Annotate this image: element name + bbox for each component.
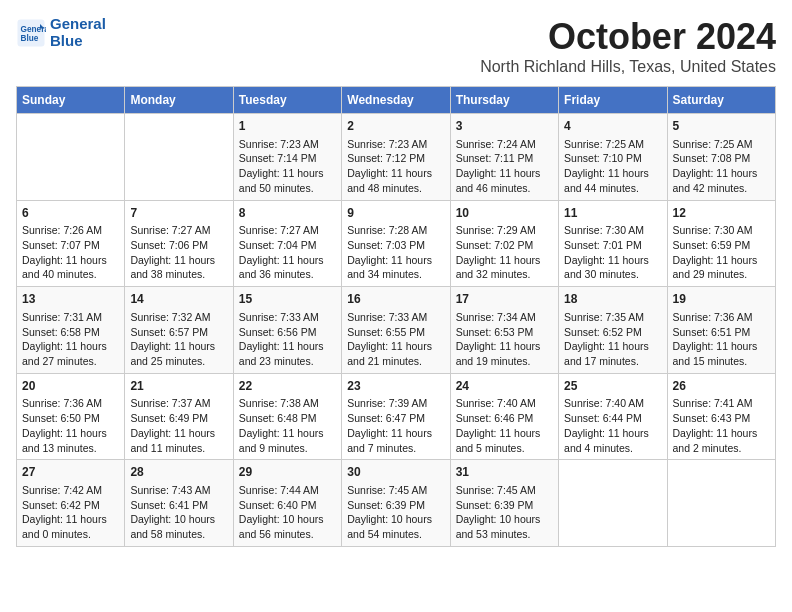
sunrise-text: Sunrise: 7:33 AM <box>347 310 444 325</box>
sunset-text: Sunset: 6:51 PM <box>673 325 770 340</box>
day-number: 1 <box>239 118 336 135</box>
sunrise-text: Sunrise: 7:45 AM <box>347 483 444 498</box>
calendar-cell: 15Sunrise: 7:33 AMSunset: 6:56 PMDayligh… <box>233 287 341 374</box>
sunrise-text: Sunrise: 7:27 AM <box>239 223 336 238</box>
sunrise-text: Sunrise: 7:44 AM <box>239 483 336 498</box>
calendar-cell: 16Sunrise: 7:33 AMSunset: 6:55 PMDayligh… <box>342 287 450 374</box>
calendar-cell: 5Sunrise: 7:25 AMSunset: 7:08 PMDaylight… <box>667 114 775 201</box>
sunset-text: Sunset: 7:14 PM <box>239 151 336 166</box>
day-number: 28 <box>130 464 227 481</box>
calendar-cell: 31Sunrise: 7:45 AMSunset: 6:39 PMDayligh… <box>450 460 558 547</box>
daylight-text: Daylight: 11 hours and 40 minutes. <box>22 253 119 282</box>
calendar-cell: 3Sunrise: 7:24 AMSunset: 7:11 PMDaylight… <box>450 114 558 201</box>
sunrise-text: Sunrise: 7:23 AM <box>347 137 444 152</box>
day-number: 18 <box>564 291 661 308</box>
sunset-text: Sunset: 6:39 PM <box>456 498 553 513</box>
sunset-text: Sunset: 6:46 PM <box>456 411 553 426</box>
day-number: 5 <box>673 118 770 135</box>
sunrise-text: Sunrise: 7:24 AM <box>456 137 553 152</box>
day-number: 8 <box>239 205 336 222</box>
calendar-table: SundayMondayTuesdayWednesdayThursdayFrid… <box>16 86 776 547</box>
daylight-text: Daylight: 11 hours and 44 minutes. <box>564 166 661 195</box>
sunset-text: Sunset: 6:55 PM <box>347 325 444 340</box>
calendar-week-row: 20Sunrise: 7:36 AMSunset: 6:50 PMDayligh… <box>17 373 776 460</box>
logo: General Blue General Blue <box>16 16 106 49</box>
sunset-text: Sunset: 6:49 PM <box>130 411 227 426</box>
day-number: 6 <box>22 205 119 222</box>
svg-text:Blue: Blue <box>21 33 39 42</box>
column-header-thursday: Thursday <box>450 87 558 114</box>
sunrise-text: Sunrise: 7:43 AM <box>130 483 227 498</box>
daylight-text: Daylight: 11 hours and 0 minutes. <box>22 512 119 541</box>
sunset-text: Sunset: 7:03 PM <box>347 238 444 253</box>
column-header-wednesday: Wednesday <box>342 87 450 114</box>
day-number: 26 <box>673 378 770 395</box>
calendar-week-row: 27Sunrise: 7:42 AMSunset: 6:42 PMDayligh… <box>17 460 776 547</box>
day-number: 19 <box>673 291 770 308</box>
sunrise-text: Sunrise: 7:34 AM <box>456 310 553 325</box>
sunset-text: Sunset: 6:39 PM <box>347 498 444 513</box>
calendar-week-row: 6Sunrise: 7:26 AMSunset: 7:07 PMDaylight… <box>17 200 776 287</box>
calendar-cell: 22Sunrise: 7:38 AMSunset: 6:48 PMDayligh… <box>233 373 341 460</box>
daylight-text: Daylight: 11 hours and 23 minutes. <box>239 339 336 368</box>
column-header-friday: Friday <box>559 87 667 114</box>
sunset-text: Sunset: 6:43 PM <box>673 411 770 426</box>
sunrise-text: Sunrise: 7:26 AM <box>22 223 119 238</box>
sunset-text: Sunset: 6:50 PM <box>22 411 119 426</box>
calendar-cell: 26Sunrise: 7:41 AMSunset: 6:43 PMDayligh… <box>667 373 775 460</box>
column-header-tuesday: Tuesday <box>233 87 341 114</box>
sunrise-text: Sunrise: 7:30 AM <box>564 223 661 238</box>
daylight-text: Daylight: 11 hours and 13 minutes. <box>22 426 119 455</box>
daylight-text: Daylight: 11 hours and 36 minutes. <box>239 253 336 282</box>
sunrise-text: Sunrise: 7:40 AM <box>456 396 553 411</box>
sunset-text: Sunset: 7:10 PM <box>564 151 661 166</box>
sunrise-text: Sunrise: 7:31 AM <box>22 310 119 325</box>
calendar-cell: 8Sunrise: 7:27 AMSunset: 7:04 PMDaylight… <box>233 200 341 287</box>
sunset-text: Sunset: 6:56 PM <box>239 325 336 340</box>
daylight-text: Daylight: 11 hours and 27 minutes. <box>22 339 119 368</box>
daylight-text: Daylight: 11 hours and 48 minutes. <box>347 166 444 195</box>
sunrise-text: Sunrise: 7:37 AM <box>130 396 227 411</box>
calendar-cell: 20Sunrise: 7:36 AMSunset: 6:50 PMDayligh… <box>17 373 125 460</box>
sunset-text: Sunset: 7:02 PM <box>456 238 553 253</box>
calendar-cell: 1Sunrise: 7:23 AMSunset: 7:14 PMDaylight… <box>233 114 341 201</box>
sunset-text: Sunset: 6:58 PM <box>22 325 119 340</box>
daylight-text: Daylight: 11 hours and 50 minutes. <box>239 166 336 195</box>
day-number: 3 <box>456 118 553 135</box>
column-header-saturday: Saturday <box>667 87 775 114</box>
calendar-cell: 23Sunrise: 7:39 AMSunset: 6:47 PMDayligh… <box>342 373 450 460</box>
sunset-text: Sunset: 7:01 PM <box>564 238 661 253</box>
calendar-cell: 29Sunrise: 7:44 AMSunset: 6:40 PMDayligh… <box>233 460 341 547</box>
calendar-cell: 6Sunrise: 7:26 AMSunset: 7:07 PMDaylight… <box>17 200 125 287</box>
sunset-text: Sunset: 7:07 PM <box>22 238 119 253</box>
logo-icon: General Blue <box>16 18 46 48</box>
location-title: North Richland Hills, Texas, United Stat… <box>480 58 776 76</box>
sunrise-text: Sunrise: 7:42 AM <box>22 483 119 498</box>
daylight-text: Daylight: 11 hours and 38 minutes. <box>130 253 227 282</box>
day-number: 11 <box>564 205 661 222</box>
sunrise-text: Sunrise: 7:36 AM <box>673 310 770 325</box>
day-number: 10 <box>456 205 553 222</box>
daylight-text: Daylight: 11 hours and 46 minutes. <box>456 166 553 195</box>
daylight-text: Daylight: 11 hours and 29 minutes. <box>673 253 770 282</box>
sunrise-text: Sunrise: 7:38 AM <box>239 396 336 411</box>
sunrise-text: Sunrise: 7:35 AM <box>564 310 661 325</box>
day-number: 4 <box>564 118 661 135</box>
sunset-text: Sunset: 6:44 PM <box>564 411 661 426</box>
sunset-text: Sunset: 6:59 PM <box>673 238 770 253</box>
sunset-text: Sunset: 6:53 PM <box>456 325 553 340</box>
sunset-text: Sunset: 6:47 PM <box>347 411 444 426</box>
day-number: 25 <box>564 378 661 395</box>
logo-general: General <box>50 16 106 33</box>
daylight-text: Daylight: 10 hours and 56 minutes. <box>239 512 336 541</box>
title-block: October 2024 North Richland Hills, Texas… <box>480 16 776 76</box>
sunset-text: Sunset: 6:52 PM <box>564 325 661 340</box>
sunrise-text: Sunrise: 7:25 AM <box>673 137 770 152</box>
sunrise-text: Sunrise: 7:41 AM <box>673 396 770 411</box>
daylight-text: Daylight: 10 hours and 58 minutes. <box>130 512 227 541</box>
sunset-text: Sunset: 7:04 PM <box>239 238 336 253</box>
sunset-text: Sunset: 7:11 PM <box>456 151 553 166</box>
month-title: October 2024 <box>480 16 776 58</box>
daylight-text: Daylight: 11 hours and 19 minutes. <box>456 339 553 368</box>
sunset-text: Sunset: 6:41 PM <box>130 498 227 513</box>
